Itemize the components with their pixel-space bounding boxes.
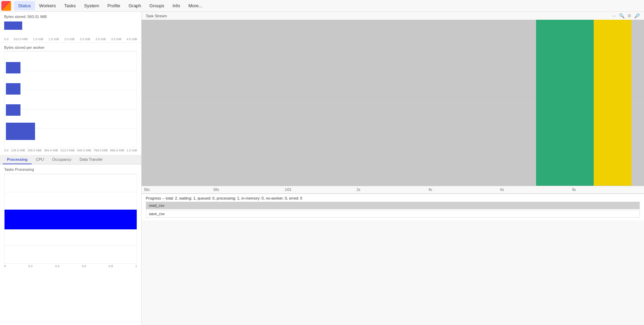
gridline — [5, 51, 137, 52]
bytes-per-worker-section: Bytes stored per worker 0.0 — [0, 43, 141, 155]
progress-row-save-csv: save_csv — [146, 210, 640, 218]
gridline — [5, 109, 137, 109]
bytes-per-worker-title: Bytes stored per worker — [4, 45, 137, 50]
time-tick-101: 1/01 — [285, 188, 291, 192]
gridline — [5, 192, 137, 192]
tasks-bar — [5, 210, 137, 229]
task-stream-icons: ↔ 🔍 ⚙ 🔎 — [612, 13, 640, 18]
progress-row-read-csv: read_csv — [146, 202, 640, 209]
main-layout: Bytes stored: 560.01 MiB 0.0 512.0 MiB 1… — [0, 12, 644, 325]
time-tick-2s: 2s — [357, 188, 361, 192]
bytes-stored-bar — [4, 21, 22, 30]
task-stream-green-band — [536, 20, 594, 186]
arrow-lr-icon[interactable]: ↔ — [612, 13, 616, 18]
bytes-stored-section: Bytes stored: 560.01 MiB 0.0 512.0 MiB 1… — [0, 12, 141, 43]
bytes-stored-axis: 0.0 512.0 MiB 1.0 GiB 1.5 GiB 2.0 GiB 2.… — [4, 37, 137, 41]
magnify-icon[interactable]: 🔎 — [634, 13, 640, 18]
task-stream-header: Task Stream ↔ 🔍 ⚙ 🔎 — [142, 12, 644, 20]
tp-axis-x: 0 0.2 0.4 0.6 0.8 1 — [4, 264, 137, 268]
gridline — [5, 245, 137, 246]
nav-item-info[interactable]: Info — [168, 1, 184, 10]
nav-item-graph[interactable]: Graph — [124, 1, 145, 10]
bytes-stored-chart — [4, 20, 137, 37]
settings-icon[interactable]: ⚙ — [627, 13, 632, 18]
gridline — [5, 90, 137, 90]
nav-item-system[interactable]: System — [80, 1, 103, 10]
time-tick-4s: 4s — [429, 188, 432, 192]
tasks-processing-title: Tasks Processing — [4, 167, 137, 172]
tasks-chart — [4, 174, 137, 264]
tab-occupancy[interactable]: Occupancy — [48, 155, 76, 164]
nav-item-more[interactable]: More... — [184, 1, 206, 10]
gridline — [5, 71, 137, 71]
bpw-bar-1 — [6, 62, 20, 73]
app-logo — [1, 1, 11, 11]
navbar: StatusWorkersTasksSystemProfileGraphGrou… — [0, 0, 644, 12]
bpw-axis-x: 0.0 128.0 MiB 256.0 MiB 384.0 MiB 512.0 … — [4, 149, 137, 152]
time-tick-58s: 58s — [213, 188, 219, 192]
task-stream-title: Task Stream — [146, 14, 167, 18]
nav-item-groups[interactable]: Groups — [145, 1, 169, 10]
nav-item-tasks[interactable]: Tasks — [60, 1, 80, 10]
nav-item-workers[interactable]: Workers — [35, 1, 60, 10]
nav-item-status[interactable]: Status — [14, 1, 35, 10]
left-panel: Bytes stored: 560.01 MiB 0.0 512.0 MiB 1… — [0, 12, 142, 325]
save-csv-label: save_csv — [149, 212, 165, 216]
gridline — [5, 148, 137, 148]
tabs-bar: Processing CPU Occupancy Data Transfer — [0, 155, 141, 165]
bytes-per-worker-chart — [4, 51, 137, 148]
bpw-bar-4 — [6, 123, 35, 140]
bpw-bar-3 — [6, 104, 20, 116]
progress-text: Progress -- total: 2, waiting: 1, queued… — [146, 196, 640, 200]
nav-item-profile[interactable]: Profile — [103, 1, 125, 10]
time-tick-6s: 6s — [500, 188, 504, 192]
tasks-processing-section: Tasks Processing 0 0.2 0.4 0.6 0.8 1 — [0, 165, 141, 271]
gridline — [5, 174, 137, 174]
progress-section: Progress -- total: 2, waiting: 1, queued… — [142, 194, 644, 220]
search-zoom-icon[interactable]: 🔍 — [619, 13, 625, 18]
right-panel: Task Stream ↔ 🔍 ⚙ 🔎 56s 58s 1/01 — [142, 12, 644, 325]
tab-data-transfer[interactable]: Data Transfer — [76, 155, 107, 164]
task-stream-yellow-band — [594, 20, 632, 186]
bytes-stored-title: Bytes stored: 560.01 MiB — [4, 15, 137, 19]
time-tick-56s: 56s — [144, 188, 150, 192]
task-stream-canvas — [142, 20, 644, 186]
time-tick-8s: 8s — [572, 188, 576, 192]
bpw-bar-2 — [6, 83, 20, 95]
read-csv-label: read_csv — [149, 203, 164, 208]
tab-cpu[interactable]: CPU — [32, 155, 48, 164]
tab-processing[interactable]: Processing — [3, 155, 32, 164]
time-axis: 56s 58s 1/01 2s 4s 6s 8s — [142, 186, 644, 194]
